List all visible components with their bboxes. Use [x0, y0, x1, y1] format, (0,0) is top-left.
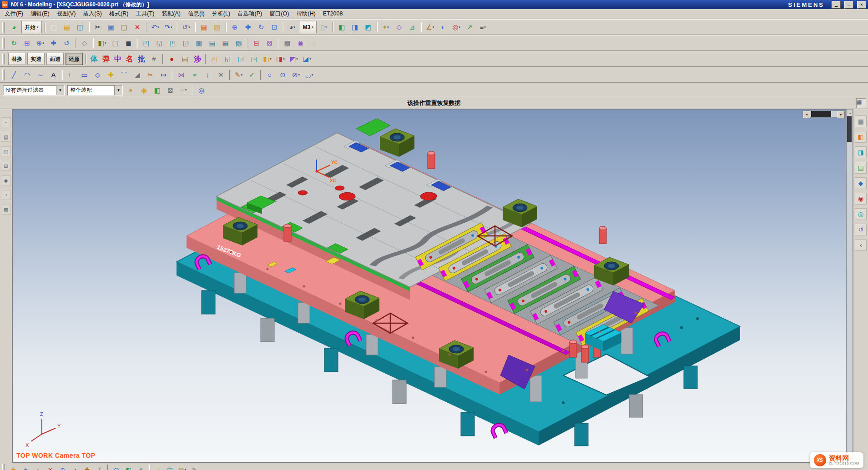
ref-set-entire-button[interactable]: ◰ — [208, 53, 221, 65]
menu-view[interactable]: 视图(V) — [53, 10, 80, 18]
snap-enable-button[interactable]: ⌖ — [125, 84, 137, 96]
component-array-button[interactable]: ◨▾ — [274, 53, 287, 65]
menu-preferences[interactable]: 首选项(P) — [234, 10, 266, 18]
center-macro-button[interactable]: 中 — [112, 53, 123, 65]
close-button[interactable]: ✕ — [857, 1, 866, 9]
batch-macro-button[interactable]: 批 — [136, 53, 147, 65]
collapse-resource-bar-button[interactable]: ‹ — [855, 239, 867, 251]
viewport-h-scrollbar[interactable]: ◂ ▸ — [802, 110, 845, 118]
menu-format[interactable]: 格式(R) — [106, 10, 132, 18]
scroll-up-icon[interactable]: ▴ — [847, 110, 853, 116]
work-plane-button[interactable]: ◇ — [393, 21, 405, 33]
start-menu-button[interactable]: 开始▾ — [21, 21, 42, 33]
chamfer-button[interactable]: ◢ — [131, 69, 143, 81]
graphics-viewport[interactable]: 15270KG — [12, 109, 853, 463]
wcs-toggle-button[interactable]: ● — [166, 53, 178, 65]
scroll-left-icon[interactable]: ◂ — [803, 111, 810, 118]
die-assembly-model[interactable]: 15270KG — [177, 119, 740, 446]
dialog-rail-button[interactable]: ▦ — [856, 98, 866, 108]
object-display-button[interactable]: ◐ — [437, 21, 449, 33]
highlight-body-button[interactable]: 体 — [89, 53, 100, 65]
point-button[interactable]: ✚ — [105, 69, 117, 81]
paste-button[interactable]: ◱ — [118, 21, 131, 33]
zoom-in-button[interactable]: ⊕▾ — [34, 37, 46, 49]
conic-button[interactable]: ◡▾ — [303, 69, 315, 81]
datum-csys-button[interactable]: ⊿ — [152, 464, 163, 470]
mirror-curve-button[interactable]: ⋈ — [175, 69, 187, 81]
quadrant-point-button[interactable]: ◔ — [69, 464, 81, 470]
calculator-button[interactable]: ▦ — [855, 115, 867, 127]
ellipse-button[interactable]: ⊘▾ — [290, 69, 302, 81]
face-point-button[interactable]: ◧ — [123, 464, 134, 470]
hd3d-tools-button[interactable]: ◉ — [855, 193, 867, 205]
redo-button[interactable]: ↷▾ — [162, 21, 175, 33]
history-button[interactable]: ↺ — [855, 224, 867, 235]
scroll-right-icon[interactable]: ▸ — [838, 111, 845, 118]
spline-button[interactable]: ∼ — [34, 69, 46, 81]
view-front-button[interactable]: ◲ — [180, 37, 192, 49]
move-object-button[interactable]: ↗ — [464, 21, 476, 33]
solid-translucency-button[interactable]: 实透 — [27, 53, 45, 65]
menu-help[interactable]: 帮助(H) — [293, 10, 319, 18]
mini-grid-button[interactable]: # — [148, 53, 160, 65]
face-translucency-button[interactable]: 面透 — [46, 53, 64, 65]
web-browser-button[interactable]: ◎ — [855, 208, 867, 220]
reuse-library-button[interactable]: ◆ — [855, 177, 867, 189]
dock-layer-tab[interactable]: ◫ — [1, 146, 11, 156]
capture-image-button[interactable]: ▧ — [211, 21, 223, 33]
lasso-select-button[interactable]: ◌▾ — [177, 84, 190, 96]
circle-button[interactable]: ○ — [263, 69, 276, 81]
intersection-point-button[interactable]: ✕ — [45, 464, 56, 470]
single-window-button[interactable]: ◧ — [336, 21, 348, 33]
move-component-button[interactable]: ◪▾ — [301, 53, 313, 65]
polygon-button[interactable]: ◇ — [91, 69, 104, 81]
dock-tools-tab[interactable]: ◔ — [1, 190, 11, 200]
preferences-button[interactable]: ✎ — [189, 464, 200, 470]
menu-file[interactable]: 文件(F) — [1, 10, 27, 18]
menu-assemblies[interactable]: 装配(A) — [158, 10, 184, 18]
circle-center-button[interactable]: ⊙ — [277, 69, 289, 81]
touch-grid-button[interactable]: ▦ — [198, 21, 210, 33]
line-button[interactable]: ╱ — [8, 69, 20, 81]
finish-sketch-button[interactable]: ✓ — [246, 69, 258, 81]
ref-set-empty-button[interactable]: ◱ — [222, 53, 234, 65]
pan-view-button[interactable]: ✚ — [47, 37, 60, 49]
copy-button[interactable]: ▣ — [105, 21, 117, 33]
dock-snap-tab[interactable]: ⊞ — [1, 161, 11, 171]
sketch-button[interactable]: ✎▾ — [232, 69, 245, 81]
view-bottom-button[interactable]: ▧ — [232, 37, 245, 49]
graphics-window[interactable]: 15270KG — [13, 110, 853, 463]
zoom-button[interactable]: ⊕ — [229, 21, 241, 33]
text-curve-button[interactable]: A — [47, 69, 60, 81]
dock-handle-button[interactable]: ▪ — [1, 117, 11, 127]
viewport-v-scrollbar[interactable]: ▴ ▾ — [846, 110, 853, 462]
ref-set-model-button[interactable]: ◲ — [235, 53, 247, 65]
combo-arrow-icon[interactable]: ▼ — [114, 85, 122, 95]
work-layer-button[interactable]: ▤▾ — [177, 464, 188, 470]
v-scroll-thumb[interactable] — [847, 116, 852, 142]
select-inside-button[interactable]: ◧ — [151, 84, 163, 96]
perspective-button[interactable]: ◇ — [78, 37, 91, 49]
tile-windows-button[interactable]: ◩ — [362, 21, 374, 33]
rotate-view-button[interactable]: ↻ — [255, 21, 267, 33]
render-style-button[interactable]: M3▾ — [300, 21, 317, 33]
mid-point-button[interactable]: ◦ — [32, 464, 44, 470]
spring-macro-button[interactable]: 弹 — [101, 53, 111, 65]
select-crossing-button[interactable]: ⊠ — [164, 84, 177, 96]
pan-button[interactable]: ✚ — [242, 21, 254, 33]
refresh-button[interactable]: ↻ — [8, 37, 20, 49]
assembly-navigator-button[interactable]: ◧ — [855, 131, 867, 143]
orient-view-button[interactable]: ◰ — [164, 464, 176, 470]
view-background-button[interactable]: ▯▾ — [318, 21, 330, 33]
visualization-preferences-button[interactable]: ◉ — [294, 37, 307, 49]
menu-information[interactable]: 信息(I) — [184, 10, 208, 18]
snap-point-button[interactable]: ⌖▾ — [380, 21, 392, 33]
layer-settings-button[interactable]: ▩ — [281, 37, 293, 49]
view-back-button[interactable]: ▦ — [219, 37, 232, 49]
selection-scope-combo[interactable]: 整个装配 ▼ — [67, 85, 123, 95]
fit-view-button[interactable]: ⊡ — [268, 21, 281, 33]
menu-edit[interactable]: 编辑(E) — [27, 10, 53, 18]
curve-point-button[interactable]: ◠ — [111, 464, 122, 470]
existing-point-button[interactable]: ✚ — [81, 464, 93, 470]
select-highlight-button[interactable]: ◉ — [138, 84, 150, 96]
